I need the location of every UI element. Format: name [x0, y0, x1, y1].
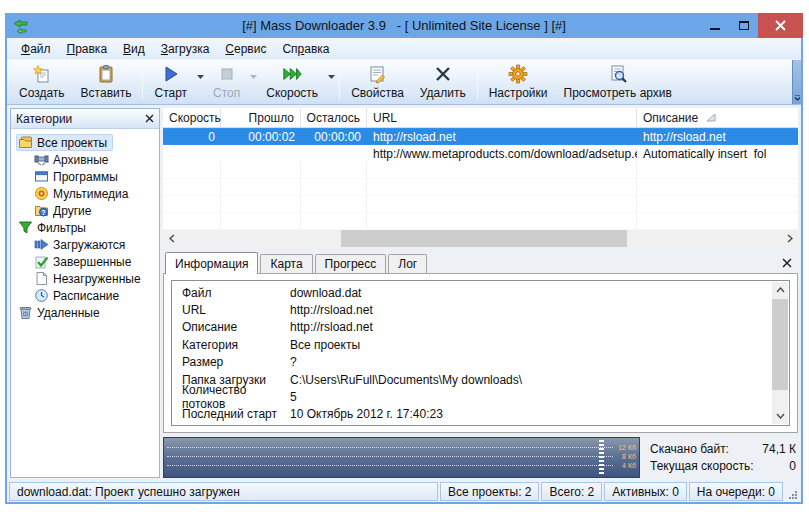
graph-position-marker	[599, 440, 604, 475]
categories-panel: Категории Все проекты Архивные Программы	[10, 108, 160, 478]
sidebar-item-completed[interactable]: Завершенные	[13, 253, 157, 270]
programs-icon	[34, 169, 49, 184]
paste-button[interactable]: Вставить	[73, 60, 140, 104]
view-archive-button[interactable]: Просмотреть архив	[556, 60, 680, 104]
download-row[interactable]: http://www.metaproducts.com/download/ads…	[163, 145, 798, 162]
sidebar-item-downloading[interactable]: Загружаются	[13, 236, 157, 253]
empty-row	[163, 162, 798, 179]
column-header-url[interactable]: URL	[367, 108, 637, 127]
scroll-right-icon[interactable]	[781, 230, 798, 247]
other-folder-icon: ?	[34, 203, 49, 218]
column-header-elapsed[interactable]: Прошло	[221, 108, 301, 127]
scroll-left-icon[interactable]	[163, 230, 180, 247]
delete-icon	[433, 64, 453, 84]
column-header-speed[interactable]: Скорость	[163, 108, 221, 127]
sidebar-item-multimedia[interactable]: Мультимедиа	[13, 185, 157, 202]
scroll-down-icon[interactable]	[772, 408, 788, 424]
toolbar-separator	[477, 64, 478, 100]
categories-close-button[interactable]	[145, 112, 154, 126]
settings-gear-icon	[508, 64, 528, 84]
archive-magnifier-icon	[608, 64, 628, 84]
status-queued: На очереди: 0	[689, 482, 783, 501]
minimize-button[interactable]	[700, 13, 729, 38]
schedule-clock-icon	[34, 288, 49, 303]
menu-download[interactable]: Загрузка	[153, 40, 218, 58]
menu-edit[interactable]: Правка	[59, 40, 116, 58]
scroll-up-icon[interactable]	[772, 282, 788, 298]
information-pane: Файлdownload.dat URLhttp://rsload.net Оп…	[163, 273, 798, 433]
properties-icon	[367, 64, 387, 84]
create-button[interactable]: Создать	[11, 60, 73, 104]
empty-row	[163, 196, 798, 213]
toolbar-overflow-chevron[interactable]	[792, 60, 801, 104]
menu-file[interactable]: Файл	[13, 40, 59, 58]
column-header-description[interactable]: Описание	[637, 108, 798, 127]
new-project-icon	[32, 64, 52, 84]
scrollbar-thumb[interactable]	[341, 230, 627, 247]
info-label: Последний старт	[172, 407, 290, 421]
maximize-button[interactable]	[729, 13, 758, 38]
app-body: Файл Правка Вид Загрузка Сервис Справка …	[7, 38, 801, 502]
tab-log[interactable]: Лог	[388, 254, 427, 273]
close-icon	[782, 258, 792, 268]
statusbar: download.dat: Проект успешно загружен Вс…	[7, 481, 801, 502]
sidebar-item-programs[interactable]: Программы	[13, 168, 157, 185]
downloads-list: Скорость Прошло Осталось URL Описание 0 …	[163, 108, 798, 247]
info-value: Все проекты	[290, 338, 769, 352]
status-active: Активных: 0	[604, 482, 687, 501]
sidebar-item-archives[interactable]: Архивные	[13, 151, 157, 168]
close-button[interactable]	[758, 13, 803, 38]
column-header-remaining[interactable]: Осталось	[301, 108, 367, 127]
speed-dropdown[interactable]	[326, 60, 336, 104]
horizontal-scrollbar[interactable]	[163, 230, 798, 247]
menubar: Файл Правка Вид Загрузка Сервис Справка	[7, 38, 801, 59]
stop-dropdown[interactable]	[248, 60, 258, 104]
sidebar-item-deleted[interactable]: Удаленные	[13, 304, 157, 321]
sidebar-item-schedule[interactable]: Расписание	[13, 287, 157, 304]
categories-tree: Все проекты Архивные Программы Мультимед…	[11, 129, 159, 326]
completed-check-icon	[34, 254, 49, 269]
start-button[interactable]: Старт	[146, 60, 195, 104]
status-message: download.dat: Проект успешно загружен	[9, 482, 438, 501]
properties-button[interactable]: Свойства	[343, 60, 412, 104]
current-speed-label: Текущая скорость:	[650, 459, 754, 473]
info-label: URL	[172, 303, 290, 317]
tab-information[interactable]: Информация	[165, 252, 258, 274]
categories-title: Категории	[16, 112, 72, 126]
sidebar-item-filters[interactable]: Фильтры	[13, 219, 157, 236]
menu-view[interactable]: Вид	[115, 40, 153, 58]
download-row[interactable]: 0 00:00:02 00:00:00 http://rsload.net ht…	[163, 128, 798, 145]
sidebar-item-other[interactable]: ?Другие	[13, 202, 157, 219]
settings-button[interactable]: Настройки	[481, 60, 556, 104]
graph-scale-label: 8 Кб	[622, 453, 636, 460]
sidebar-item-all-projects[interactable]: Все проекты	[13, 134, 157, 151]
toolbar-separator	[339, 64, 340, 100]
vertical-scrollbar[interactable]	[772, 282, 788, 424]
caption-buttons	[700, 13, 803, 38]
main-content: Категории Все проекты Архивные Программы	[7, 105, 801, 481]
tab-progress[interactable]: Прогресс	[315, 254, 387, 273]
info-value: download.dat	[290, 286, 769, 300]
transfer-stats: Скачано байт: 74,1 К Текущая скорость: 0	[640, 437, 798, 478]
resize-grip[interactable]	[785, 482, 799, 501]
sidebar-item-not-loaded[interactable]: Незагруженные	[13, 270, 157, 287]
paste-icon	[96, 64, 116, 84]
filter-funnel-icon	[18, 220, 33, 235]
sort-icon	[706, 113, 716, 122]
not-loaded-page-icon	[34, 271, 49, 286]
app-window: [#] Mass Downloader 3.9 - [ Unlimited Si…	[5, 13, 803, 504]
stop-button[interactable]: Стоп	[205, 60, 248, 104]
info-value: 5	[290, 390, 769, 404]
delete-button[interactable]: Удалить	[412, 60, 474, 104]
speed-button[interactable]: Скорость	[258, 60, 326, 104]
start-dropdown[interactable]	[195, 60, 205, 104]
info-value: ?	[290, 355, 769, 369]
window-title: [#] Mass Downloader 3.9 - [ Unlimited Si…	[5, 18, 803, 33]
menu-help[interactable]: Справка	[274, 40, 337, 58]
scrollbar-thumb[interactable]	[772, 299, 788, 390]
tab-map[interactable]: Карта	[260, 254, 312, 273]
menu-service[interactable]: Сервис	[217, 40, 274, 58]
svg-text:?: ?	[41, 209, 45, 216]
details-close-button[interactable]	[782, 254, 792, 272]
details-section: Информация Карта Прогресс Лог Файлdownlo…	[163, 251, 798, 433]
